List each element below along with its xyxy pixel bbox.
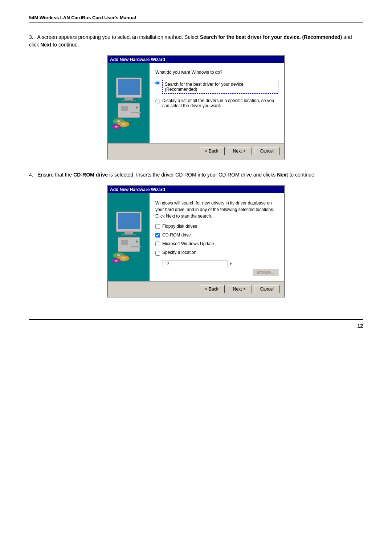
step3-number: 3. xyxy=(29,34,33,40)
wizard2-next-button[interactable]: Next > xyxy=(227,285,252,293)
wizard1-back-button[interactable]: < Back xyxy=(199,147,225,155)
step3-bold2: Next xyxy=(40,42,51,48)
wizard1-body: What do you want Windows to do? Search f… xyxy=(108,63,284,143)
step4-bold1: CD-ROM drive xyxy=(73,172,108,178)
svg-rect-17 xyxy=(122,234,136,235)
step3-bold1: Search for the best driver for your devi… xyxy=(200,34,342,40)
svg-point-13 xyxy=(115,126,118,127)
wizard2-check4: Specify a location: xyxy=(155,250,278,256)
wizard1-illustration-panel xyxy=(108,63,150,143)
dropdown-arrow[interactable]: ▼ xyxy=(229,262,233,266)
wizard2-check4-label: Specify a location: xyxy=(162,250,197,255)
wizard1-radio1[interactable] xyxy=(155,81,160,85)
step3: 3. A screen appears prompting you to sel… xyxy=(29,33,363,159)
step4-number: 4. xyxy=(29,172,33,178)
svg-rect-7 xyxy=(131,112,141,113)
step4-bold2: Next xyxy=(277,172,288,178)
step3-text-before: A screen appears prompting you to select… xyxy=(37,34,200,40)
wizard2-check2-label: CD-ROM drive xyxy=(162,232,191,238)
location-input[interactable] xyxy=(163,260,228,267)
wizard2-check3-label: Microsoft Windows Update xyxy=(162,241,214,246)
wizard1-option1: Search for the best driver for your devi… xyxy=(155,80,278,94)
wizard2-checkbox4[interactable] xyxy=(155,251,160,256)
wizard2-illustration-panel xyxy=(108,193,150,281)
wizard2-check3: Microsoft Windows Update xyxy=(155,241,278,246)
wizard2-title: Add New Hardware Wizard xyxy=(110,187,165,192)
page-number: 12 xyxy=(357,323,363,329)
browse-wrap: Browse... xyxy=(155,269,278,276)
wizard2-check1-label: Floppy disk drives xyxy=(162,224,197,229)
wizard2-back-button[interactable]: < Back xyxy=(199,285,225,293)
svg-rect-19 xyxy=(121,240,128,245)
wizard1-right: What do you want Windows to do? Search f… xyxy=(150,63,284,143)
wizard1-window: Add New Hardware Wizard xyxy=(107,55,285,159)
computer-illustration-2 xyxy=(111,208,147,266)
wizard2-checkbox1[interactable] xyxy=(155,224,160,229)
manual-title: 54M Wireless LAN CardBus Card User's Man… xyxy=(29,15,136,20)
computer-illustration xyxy=(111,74,147,132)
wizard2-check2: CD-ROM drive xyxy=(155,232,278,238)
wizard2-body: Windows will search for new drivers in i… xyxy=(108,193,284,281)
wizard2-cancel-button[interactable]: Cancel xyxy=(254,285,280,293)
svg-rect-5 xyxy=(121,106,128,111)
step4: 4. Ensure that the CD-ROM drive is selec… xyxy=(29,171,363,297)
wizard1-option2: Display a list of all the drivers in a s… xyxy=(155,98,278,108)
step3-text-end: to continue. xyxy=(51,42,79,48)
wizard2-titlebar: Add New Hardware Wizard xyxy=(108,186,284,193)
svg-point-20 xyxy=(136,240,138,243)
wizard1-option1-label: Search for the best driver for your devi… xyxy=(162,80,278,94)
location-row: ▼ xyxy=(163,260,278,267)
svg-rect-2 xyxy=(124,98,133,100)
step4-text: 4. Ensure that the CD-ROM drive is selec… xyxy=(29,171,363,179)
wizard1-footer: < Back Next > Cancel xyxy=(108,143,284,159)
svg-rect-21 xyxy=(131,246,141,247)
svg-point-25 xyxy=(122,257,125,259)
wizard2-window: Add New Hardware Wizard xyxy=(107,185,285,297)
wizard2-checkbox2[interactable] xyxy=(155,233,160,238)
wizard1-radio2[interactable] xyxy=(155,99,160,104)
wizard2-check1: Floppy disk drives xyxy=(155,224,278,229)
browse-button[interactable]: Browse... xyxy=(252,269,278,276)
svg-rect-3 xyxy=(122,100,136,101)
step3-text: 3. A screen appears prompting you to sel… xyxy=(29,33,363,49)
svg-point-6 xyxy=(136,106,138,109)
svg-rect-1 xyxy=(118,79,140,95)
wizard2-right: Windows will search for new drivers in i… xyxy=(150,193,284,281)
step4-text-before: Ensure that the xyxy=(37,172,73,178)
wizard1-question: What do you want Windows to do? xyxy=(155,70,278,75)
wizard2-checkbox3[interactable] xyxy=(155,242,160,246)
wizard1-next-button[interactable]: Next > xyxy=(227,147,252,155)
svg-rect-16 xyxy=(124,232,133,234)
svg-point-27 xyxy=(115,260,118,262)
wizard2-description: Windows will search for new drivers in i… xyxy=(155,200,278,219)
wizard1-option2-label: Display a list of all the drivers in a s… xyxy=(162,98,278,108)
wizard1-cancel-button[interactable]: Cancel xyxy=(254,147,280,155)
page-header: 54M Wireless LAN CardBus Card User's Man… xyxy=(29,15,363,23)
step4-text-after: is selected. Inserts the driver CD-ROM i… xyxy=(108,172,277,178)
page-footer: 12 xyxy=(29,319,363,329)
step4-text-end: to continue. xyxy=(288,172,315,178)
wizard1-title: Add New Hardware Wizard xyxy=(110,57,165,62)
svg-point-11 xyxy=(122,123,125,125)
wizard1-titlebar: Add New Hardware Wizard xyxy=(108,56,284,63)
svg-rect-15 xyxy=(118,213,140,229)
wizard2-footer: < Back Next > Cancel xyxy=(108,281,284,297)
